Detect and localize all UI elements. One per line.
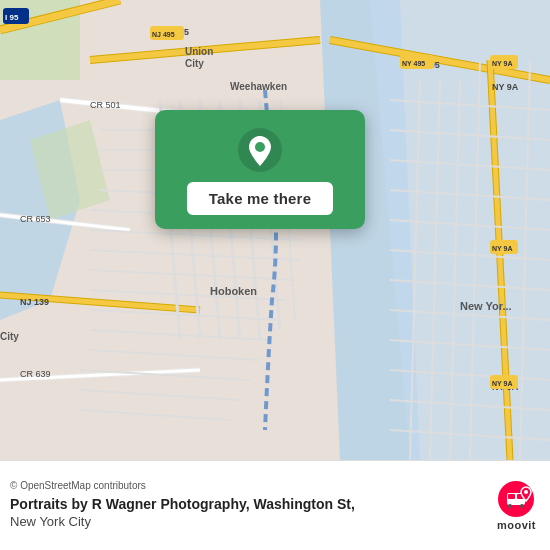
svg-text:Union: Union [185, 46, 213, 57]
svg-text:NJ 495: NJ 495 [152, 31, 175, 38]
svg-text:NY 9A: NY 9A [492, 82, 519, 92]
svg-text:City: City [185, 58, 204, 69]
svg-text:CR 653: CR 653 [20, 214, 51, 224]
svg-point-42 [524, 490, 528, 494]
bottom-left: © OpenStreetMap contributors Portraits b… [10, 480, 485, 530]
svg-text:NY 495: NY 495 [402, 60, 425, 67]
svg-text:NY 9A: NY 9A [492, 60, 513, 67]
svg-text:CR 501: CR 501 [90, 100, 121, 110]
bottom-bar: © OpenStreetMap contributors Portraits b… [0, 460, 550, 550]
popup-card: Take me there [155, 110, 365, 229]
moovit-text: moovit [497, 519, 536, 531]
moovit-icon [498, 481, 534, 517]
svg-point-40 [508, 504, 512, 508]
svg-text:NY 9A: NY 9A [492, 245, 513, 252]
location-pin-icon [238, 128, 282, 172]
moovit-logo: moovit [497, 481, 536, 531]
svg-text:NY 9A: NY 9A [492, 380, 513, 387]
svg-rect-38 [508, 494, 515, 499]
svg-text:Hoboken: Hoboken [210, 285, 257, 297]
svg-text:Weehawken: Weehawken [230, 81, 287, 92]
location-title: Portraits by R Wagner Photography, Washi… [10, 495, 485, 513]
map-container: I 95 NJ 495 NY 495 NY 9A NY 9A NY 9A CR … [0, 0, 550, 460]
svg-text:New Yor...: New Yor... [460, 300, 512, 312]
svg-text:I 95: I 95 [5, 13, 19, 22]
location-subtitle: New York City [10, 514, 485, 531]
osm-attribution: © OpenStreetMap contributors [10, 480, 485, 491]
svg-text:City: City [0, 331, 19, 342]
take-me-there-button[interactable]: Take me there [187, 182, 333, 215]
svg-text:CR 639: CR 639 [20, 369, 51, 379]
svg-point-35 [255, 142, 265, 152]
svg-text:NJ 139: NJ 139 [20, 297, 49, 307]
svg-point-41 [520, 504, 524, 508]
